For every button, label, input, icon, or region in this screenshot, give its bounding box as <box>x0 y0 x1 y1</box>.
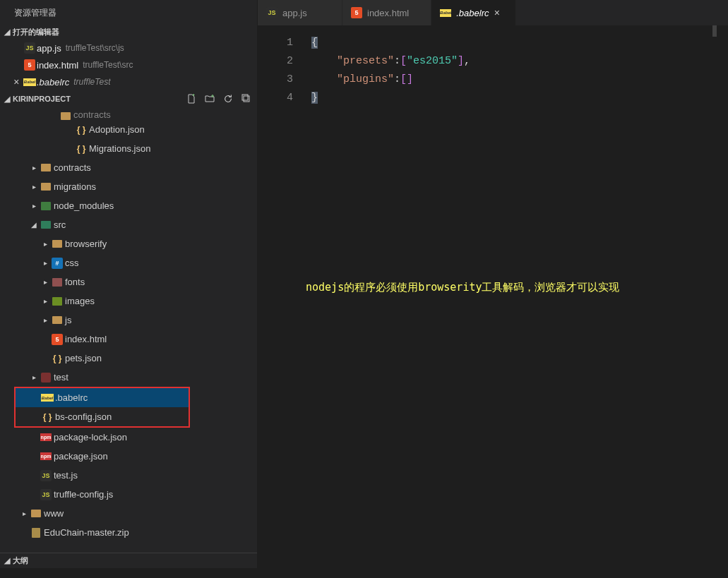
tree-item-label: images <box>65 296 95 306</box>
highlight-box: Babel.babelrc{ }bs-config.json <box>14 387 190 428</box>
tree-item[interactable]: { }bs-config.json <box>16 407 189 426</box>
tree-item-label: package-lock.json <box>54 432 127 442</box>
tree-item-label: bs-config.json <box>55 411 112 422</box>
chevron-right-icon: ▸ <box>41 240 49 248</box>
tree-item-label: fonts <box>65 277 85 287</box>
open-editor-item[interactable]: × 5 index.html truffleTest\src <box>0 56 257 73</box>
tree-item[interactable]: ▸images <box>0 291 257 311</box>
new-file-icon[interactable] <box>185 92 198 105</box>
annotation-text: nodejs的程序必须使用browserity工具解码，浏览器才可以实现 <box>306 278 620 296</box>
collapse-all-icon[interactable] <box>240 92 253 105</box>
tree-item[interactable]: ▸js <box>0 311 257 330</box>
braces-icon: { } <box>49 354 65 363</box>
code-editor[interactable]: 1 2 3 4 { "presets":["es2015"], "plugins… <box>258 25 728 568</box>
tree-item-label: contracts <box>73 109 111 120</box>
js-icon: JS <box>23 42 37 54</box>
folder-icon <box>28 510 44 517</box>
tree-item-label: js <box>65 315 71 325</box>
tree-item-label: www <box>44 508 64 519</box>
tree-item[interactable]: { }pets.json <box>0 349 257 368</box>
chevron-right-icon: ▸ <box>20 510 28 517</box>
tree-item[interactable]: ▸fonts <box>0 272 257 291</box>
open-editor-item[interactable]: × JS app.js truffleTest\src\js <box>0 40 257 56</box>
folder-green-icon <box>38 221 54 229</box>
tree-item[interactable]: ▸www <box>0 504 257 523</box>
tree-item[interactable]: EduChain-master.zip <box>0 523 257 542</box>
file-tree: contracts{ }Adoption.json{ }Migrations.j… <box>0 107 257 553</box>
outline-header[interactable]: ◢ 大纲 <box>0 553 257 568</box>
braces-icon: { } <box>73 125 89 135</box>
chevron-right-icon: ▸ <box>30 164 38 171</box>
tree-item-label: test <box>54 372 68 383</box>
scrollbar-thumb[interactable] <box>712 25 717 37</box>
nm-icon <box>38 202 54 210</box>
chevron-down-icon: ◢ <box>1 28 13 37</box>
svg-rect-1 <box>242 95 248 100</box>
tree-item-label: Migrations.json <box>89 143 150 154</box>
tree-item[interactable]: JStest.js <box>0 466 257 485</box>
tree-item[interactable]: ▸migrations <box>0 177 257 196</box>
tree-item[interactable]: contracts <box>0 109 257 120</box>
tree-item[interactable]: ▸node_modules <box>0 196 257 215</box>
zip-icon <box>28 528 44 538</box>
tree-item-label: pets.json <box>65 353 102 363</box>
tree-item-label: css <box>65 258 79 268</box>
status-bar <box>0 568 728 578</box>
new-folder-icon[interactable] <box>203 92 216 105</box>
tree-item[interactable]: 5index.html <box>0 330 257 349</box>
close-icon[interactable]: × <box>10 76 23 88</box>
tree-item-label: src <box>54 219 66 230</box>
tree-item[interactable]: { }Migrations.json <box>0 139 257 158</box>
babel-icon: Babel <box>440 9 451 17</box>
font-icon <box>49 278 65 287</box>
chevron-right-icon: ▸ <box>30 373 38 381</box>
chevron-right-icon: ▸ <box>41 259 49 267</box>
line-gutter: 1 2 3 4 <box>258 25 306 568</box>
close-icon[interactable]: × <box>494 7 503 18</box>
css-icon: # <box>49 258 65 269</box>
tree-item-label: package.json <box>54 451 108 462</box>
chevron-right-icon: ▸ <box>30 202 38 210</box>
open-editors-header[interactable]: ◢ 打开的编辑器 <box>0 25 257 40</box>
code-content[interactable]: { "presets":["es2015"], "plugins":[] } n… <box>306 25 728 568</box>
explorer-title: 资源管理器 <box>0 0 257 25</box>
html-icon: 5 <box>49 334 65 345</box>
project-header[interactable]: ◢ KIRINPROJECT <box>0 90 257 107</box>
babel-icon: Babel <box>23 78 37 86</box>
refresh-icon[interactable] <box>222 92 234 105</box>
tree-item-label: node_modules <box>54 200 114 211</box>
tree-item-label: Adoption.json <box>89 124 145 135</box>
js-icon: JS <box>38 470 54 481</box>
tree-item[interactable]: ▸#css <box>0 253 257 272</box>
tab-app-js[interactable]: JS app.js × <box>258 0 342 25</box>
folder-icon <box>58 112 73 120</box>
braces-icon: { } <box>73 144 89 154</box>
braces-icon: { } <box>40 412 55 422</box>
svg-rect-0 <box>244 96 249 102</box>
tab-babelrc[interactable]: Babel .babelrc × <box>431 0 516 25</box>
npm-icon: npm <box>38 452 54 460</box>
tab-index-html[interactable]: 5 index.html × <box>342 0 431 25</box>
tree-item[interactable]: ▸test <box>0 368 257 387</box>
tree-item[interactable]: JStruffle-config.js <box>0 485 257 504</box>
tree-item[interactable]: ▸browserify <box>0 234 257 253</box>
tree-item[interactable]: ▸contracts <box>0 158 257 177</box>
js-icon: JS <box>266 7 278 18</box>
tree-item[interactable]: npmpackage.json <box>0 447 257 466</box>
open-editor-item[interactable]: × Babel .babelrc truffleTest <box>0 73 257 90</box>
js-icon: JS <box>38 489 54 500</box>
folder-icon <box>49 316 65 324</box>
chevron-right-icon: ▸ <box>41 297 49 305</box>
img-icon <box>49 297 65 306</box>
folder-icon <box>38 183 54 191</box>
tree-item[interactable]: npmpackage-lock.json <box>0 428 257 447</box>
tree-item-label: index.html <box>65 334 107 344</box>
tree-item-label: test.js <box>54 470 78 481</box>
chevron-down-icon: ◢ <box>1 556 13 565</box>
tree-item-label: contracts <box>54 162 91 173</box>
sidebar: 资源管理器 ◢ 打开的编辑器 × JS app.js truffleTest\s… <box>0 0 258 568</box>
tree-item[interactable]: { }Adoption.json <box>0 120 257 139</box>
editor-tabs: JS app.js × 5 index.html × Babel .babelr… <box>258 0 728 25</box>
tree-item[interactable]: ◢src <box>0 215 257 234</box>
tree-item[interactable]: Babel.babelrc <box>16 388 189 407</box>
